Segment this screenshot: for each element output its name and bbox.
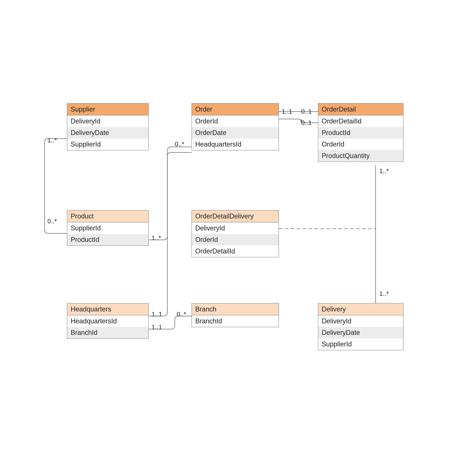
entity-orderdetaildelivery: OrderDetailDelivery DeliveryId OrderId O… <box>191 210 279 257</box>
entity-orderdetaildelivery-title: OrderDetailDelivery <box>192 210 279 222</box>
entity-orderdetail-title: OrderDetail <box>318 103 403 116</box>
mult-headquarters-right-top: 1..1 <box>152 310 162 318</box>
entity-orderdetaildelivery-row-2: OrderDetailId <box>192 245 279 257</box>
entity-orderdetail: OrderDetail OrderDetailId ProductId Orde… <box>318 103 404 162</box>
entity-orderdetaildelivery-row-1: OrderId <box>192 234 279 245</box>
mult-supplier-top: 1..* <box>47 137 57 144</box>
mult-supplier-bottom: 0..* <box>47 218 57 225</box>
entity-order-row-0: OrderId <box>192 116 279 127</box>
entity-order-row-1: OrderDate <box>192 127 279 138</box>
er-diagram-canvas: Supplier DeliveryId DeliveryDate Supplie… <box>0 0 476 476</box>
mult-orderdetail-left-top: 0..1 <box>301 108 312 115</box>
edge-order-orderdetail-2 <box>279 119 318 123</box>
mult-orderdetail-below: 1..* <box>379 167 389 175</box>
entity-delivery-row-2: SupplierId <box>318 339 403 350</box>
entity-branch-row-0: BranchId <box>192 315 279 327</box>
mult-order-right: 1..1 <box>282 108 292 115</box>
entity-supplier-title: Supplier <box>67 103 148 116</box>
entity-supplier-row-1: DeliveryDate <box>67 127 148 138</box>
entity-order: Order OrderId OrderDate HeadquartersId <box>191 103 279 151</box>
entity-orderdetail-row-1: ProductId <box>318 127 403 138</box>
entity-orderdetail-row-2: OrderId <box>318 138 403 150</box>
entity-headquarters-row-1: BranchId <box>67 327 148 339</box>
mult-product-right: 1..* <box>152 234 161 241</box>
entity-headquarters: Headquarters HeadquartersId BranchId <box>67 303 149 339</box>
entity-order-title: Order <box>192 103 279 116</box>
edge-product-order <box>149 147 191 240</box>
entity-product-row-1: ProductId <box>67 234 148 245</box>
entity-order-row-2: HeadquartersId <box>192 138 279 150</box>
entity-headquarters-row-0: HeadquartersId <box>67 315 148 327</box>
entity-orderdetail-row-0: OrderDetailId <box>318 116 403 127</box>
mult-headquarters-right-bottom: 1..1 <box>152 323 162 331</box>
mult-branch-left: 0..* <box>177 310 186 318</box>
entity-supplier: Supplier DeliveryId DeliveryDate Supplie… <box>67 103 149 151</box>
mult-order-left: 0..* <box>175 140 184 148</box>
entity-orderdetaildelivery-row-0: DeliveryId <box>192 222 279 234</box>
entity-supplier-row-0: DeliveryId <box>67 116 148 127</box>
entity-delivery-row-0: DeliveryId <box>318 315 403 327</box>
entity-branch-title: Branch <box>192 304 279 315</box>
entity-orderdetail-row-3: ProductQuantity <box>318 150 403 162</box>
entity-branch: Branch BranchId <box>191 303 279 327</box>
entity-supplier-row-2: SupplierId <box>67 138 148 150</box>
entity-headquarters-title: Headquarters <box>67 304 148 315</box>
entity-delivery: Delivery DeliveryId DeliveryDate Supplie… <box>318 303 404 350</box>
entity-delivery-title: Delivery <box>318 304 403 315</box>
entity-product-title: Product <box>67 210 148 222</box>
mult-orderdetail-left-bottom: 0..1 <box>301 119 312 126</box>
mult-delivery-top: 1..* <box>379 290 389 297</box>
entity-product-row-0: SupplierId <box>67 222 148 234</box>
entity-delivery-row-1: DeliveryDate <box>318 327 403 339</box>
entity-product: Product SupplierId ProductId <box>67 210 149 246</box>
